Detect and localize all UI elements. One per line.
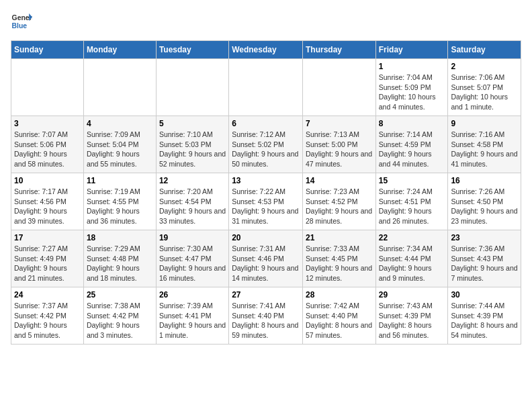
day-number: 10 xyxy=(14,176,81,185)
weekday-header-wednesday: Wednesday xyxy=(229,41,303,59)
day-detail: Sunrise: 7:22 AM Sunset: 4:53 PM Dayligh… xyxy=(232,187,300,226)
day-number: 16 xyxy=(451,176,518,185)
calendar-cell xyxy=(302,59,375,116)
day-number: 29 xyxy=(379,290,445,300)
calendar-cell: 21Sunrise: 7:33 AM Sunset: 4:45 PM Dayli… xyxy=(302,230,375,287)
calendar-cell xyxy=(11,59,84,116)
calendar-cell xyxy=(83,59,156,116)
calendar-table: SundayMondayTuesdayWednesdayThursdayFrid… xyxy=(11,40,521,345)
day-detail: Sunrise: 7:20 AM Sunset: 4:54 PM Dayligh… xyxy=(159,187,226,226)
day-number: 14 xyxy=(306,176,373,185)
calendar-cell: 28Sunrise: 7:42 AM Sunset: 4:40 PM Dayli… xyxy=(302,287,375,345)
day-detail: Sunrise: 7:23 AM Sunset: 4:52 PM Dayligh… xyxy=(306,187,373,226)
day-number: 9 xyxy=(451,119,518,128)
calendar-cell: 29Sunrise: 7:43 AM Sunset: 4:39 PM Dayli… xyxy=(375,287,448,345)
calendar-cell: 27Sunrise: 7:41 AM Sunset: 4:40 PM Dayli… xyxy=(229,287,303,345)
calendar-cell: 1Sunrise: 7:04 AM Sunset: 5:09 PM Daylig… xyxy=(375,59,448,116)
day-number: 18 xyxy=(87,233,153,242)
day-detail: Sunrise: 7:44 AM Sunset: 4:39 PM Dayligh… xyxy=(451,301,518,340)
calendar-cell: 19Sunrise: 7:30 AM Sunset: 4:47 PM Dayli… xyxy=(156,230,228,287)
calendar-cell xyxy=(229,59,303,116)
day-detail: Sunrise: 7:39 AM Sunset: 4:41 PM Dayligh… xyxy=(159,301,226,340)
calendar-cell: 10Sunrise: 7:17 AM Sunset: 4:56 PM Dayli… xyxy=(11,173,84,230)
day-number: 17 xyxy=(14,233,81,242)
calendar-cell: 24Sunrise: 7:37 AM Sunset: 4:42 PM Dayli… xyxy=(11,287,84,345)
weekday-header-friday: Friday xyxy=(375,41,448,59)
calendar-cell: 4Sunrise: 7:09 AM Sunset: 5:04 PM Daylig… xyxy=(83,116,156,173)
calendar-cell: 12Sunrise: 7:20 AM Sunset: 4:54 PM Dayli… xyxy=(156,173,228,230)
day-number: 15 xyxy=(379,176,445,185)
day-number: 11 xyxy=(87,176,153,185)
weekday-header-saturday: Saturday xyxy=(448,41,521,59)
day-number: 13 xyxy=(232,176,300,185)
day-number: 3 xyxy=(14,119,81,128)
calendar-cell: 9Sunrise: 7:16 AM Sunset: 4:58 PM Daylig… xyxy=(448,116,521,173)
calendar-cell: 15Sunrise: 7:24 AM Sunset: 4:51 PM Dayli… xyxy=(375,173,448,230)
weekday-header-tuesday: Tuesday xyxy=(156,41,228,59)
day-number: 22 xyxy=(379,233,445,242)
calendar-cell: 20Sunrise: 7:31 AM Sunset: 4:46 PM Dayli… xyxy=(229,230,303,287)
day-number: 12 xyxy=(159,176,226,185)
calendar-cell: 23Sunrise: 7:36 AM Sunset: 4:43 PM Dayli… xyxy=(448,230,521,287)
day-number: 24 xyxy=(14,290,81,300)
day-detail: Sunrise: 7:16 AM Sunset: 4:58 PM Dayligh… xyxy=(451,130,518,169)
calendar-cell: 17Sunrise: 7:27 AM Sunset: 4:49 PM Dayli… xyxy=(11,230,84,287)
weekday-header-monday: Monday xyxy=(83,41,156,59)
logo: General Blue xyxy=(11,11,32,32)
day-number: 27 xyxy=(232,290,300,300)
header: General Blue xyxy=(11,11,521,32)
day-detail: Sunrise: 7:04 AM Sunset: 5:09 PM Dayligh… xyxy=(379,73,445,112)
logo-icon: General Blue xyxy=(11,11,32,32)
day-number: 19 xyxy=(159,233,226,242)
day-number: 1 xyxy=(379,62,445,71)
day-detail: Sunrise: 7:24 AM Sunset: 4:51 PM Dayligh… xyxy=(379,187,445,226)
day-detail: Sunrise: 7:14 AM Sunset: 4:59 PM Dayligh… xyxy=(379,130,445,169)
day-number: 23 xyxy=(451,233,518,242)
calendar-cell: 18Sunrise: 7:29 AM Sunset: 4:48 PM Dayli… xyxy=(83,230,156,287)
weekday-header-thursday: Thursday xyxy=(302,41,375,59)
calendar-cell: 5Sunrise: 7:10 AM Sunset: 5:03 PM Daylig… xyxy=(156,116,228,173)
day-number: 8 xyxy=(379,119,445,128)
calendar-cell: 6Sunrise: 7:12 AM Sunset: 5:02 PM Daylig… xyxy=(229,116,303,173)
calendar-cell: 8Sunrise: 7:14 AM Sunset: 4:59 PM Daylig… xyxy=(375,116,448,173)
day-detail: Sunrise: 7:09 AM Sunset: 5:04 PM Dayligh… xyxy=(87,130,153,169)
calendar-cell: 2Sunrise: 7:06 AM Sunset: 5:07 PM Daylig… xyxy=(448,59,521,116)
day-detail: Sunrise: 7:41 AM Sunset: 4:40 PM Dayligh… xyxy=(232,301,300,340)
calendar-cell: 11Sunrise: 7:19 AM Sunset: 4:55 PM Dayli… xyxy=(83,173,156,230)
calendar-cell xyxy=(156,59,228,116)
day-number: 6 xyxy=(232,119,300,128)
day-number: 20 xyxy=(232,233,300,242)
day-number: 25 xyxy=(87,290,153,300)
day-detail: Sunrise: 7:34 AM Sunset: 4:44 PM Dayligh… xyxy=(379,244,445,283)
calendar-cell: 26Sunrise: 7:39 AM Sunset: 4:41 PM Dayli… xyxy=(156,287,228,345)
day-detail: Sunrise: 7:06 AM Sunset: 5:07 PM Dayligh… xyxy=(451,73,518,112)
calendar-cell: 7Sunrise: 7:13 AM Sunset: 5:00 PM Daylig… xyxy=(302,116,375,173)
svg-text:Blue: Blue xyxy=(12,22,28,30)
day-detail: Sunrise: 7:26 AM Sunset: 4:50 PM Dayligh… xyxy=(451,187,518,226)
day-detail: Sunrise: 7:31 AM Sunset: 4:46 PM Dayligh… xyxy=(232,244,300,283)
weekday-header-sunday: Sunday xyxy=(11,41,84,59)
day-detail: Sunrise: 7:10 AM Sunset: 5:03 PM Dayligh… xyxy=(159,130,226,169)
calendar-cell: 16Sunrise: 7:26 AM Sunset: 4:50 PM Dayli… xyxy=(448,173,521,230)
calendar-cell: 30Sunrise: 7:44 AM Sunset: 4:39 PM Dayli… xyxy=(448,287,521,345)
day-number: 4 xyxy=(87,119,153,128)
day-number: 2 xyxy=(451,62,518,71)
day-detail: Sunrise: 7:19 AM Sunset: 4:55 PM Dayligh… xyxy=(87,187,153,226)
day-number: 21 xyxy=(306,233,373,242)
day-detail: Sunrise: 7:13 AM Sunset: 5:00 PM Dayligh… xyxy=(306,130,373,169)
calendar-cell: 25Sunrise: 7:38 AM Sunset: 4:42 PM Dayli… xyxy=(83,287,156,345)
day-detail: Sunrise: 7:37 AM Sunset: 4:42 PM Dayligh… xyxy=(14,301,81,340)
calendar-cell: 14Sunrise: 7:23 AM Sunset: 4:52 PM Dayli… xyxy=(302,173,375,230)
day-detail: Sunrise: 7:07 AM Sunset: 5:06 PM Dayligh… xyxy=(14,130,81,169)
day-detail: Sunrise: 7:43 AM Sunset: 4:39 PM Dayligh… xyxy=(379,301,445,340)
day-detail: Sunrise: 7:38 AM Sunset: 4:42 PM Dayligh… xyxy=(87,301,153,340)
calendar-cell: 22Sunrise: 7:34 AM Sunset: 4:44 PM Dayli… xyxy=(375,230,448,287)
day-detail: Sunrise: 7:27 AM Sunset: 4:49 PM Dayligh… xyxy=(14,244,81,283)
day-detail: Sunrise: 7:17 AM Sunset: 4:56 PM Dayligh… xyxy=(14,187,81,226)
day-number: 28 xyxy=(306,290,373,300)
day-number: 7 xyxy=(306,119,373,128)
day-detail: Sunrise: 7:12 AM Sunset: 5:02 PM Dayligh… xyxy=(232,130,300,169)
day-number: 26 xyxy=(159,290,226,300)
day-number: 5 xyxy=(159,119,226,128)
day-number: 30 xyxy=(451,290,518,300)
